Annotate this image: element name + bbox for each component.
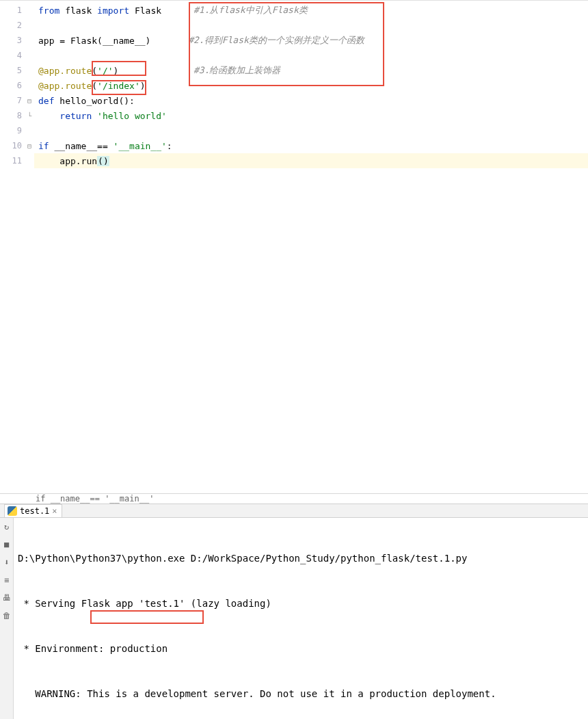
code-line: return 'hello world' [34, 108, 588, 123]
code-area[interactable]: from flask import Flask #1.从flask中引入Flas… [34, 1, 588, 493]
code-editor[interactable]: 1 2 3 4 5 6 7 8 9 10 11 ⊟ └ ⊟ from flask… [0, 1, 588, 493]
code-line: from flask import Flask #1.从flask中引入Flas… [34, 3, 588, 18]
line-number: 3 [0, 33, 25, 48]
fold-end-icon: └ [25, 108, 34, 123]
close-icon[interactable]: × [52, 506, 57, 516]
stop-icon[interactable]: ■ [2, 540, 12, 549]
line-number: 9 [0, 123, 25, 138]
code-line: if __name__== '__main__': [34, 138, 588, 153]
console-output[interactable]: D:\Python\Python37\python.exe D:/WorkSpa… [14, 518, 588, 719]
line-number: 1 [0, 3, 25, 18]
line-number: 10 [0, 138, 25, 153]
code-line: def hello_world(): [34, 93, 588, 108]
trash-icon[interactable]: 🗑 [2, 611, 12, 620]
fold-column: ⊟ └ ⊟ [25, 1, 34, 493]
console-line: * Environment: production [18, 641, 584, 656]
console-line: WARNING: This is a development server. D… [18, 686, 584, 701]
code-line [34, 18, 588, 33]
line-number: 2 [0, 18, 25, 33]
code-line-active: app.run() [34, 153, 588, 168]
console-line: * Serving Flask app 'test.1' (lazy loadi… [18, 596, 584, 611]
breadcrumb[interactable]: if __name__== '__main__' [0, 493, 588, 504]
print-icon[interactable]: 🖶 [2, 593, 12, 603]
line-number-gutter: 1 2 3 4 5 6 7 8 9 10 11 [0, 1, 25, 493]
code-line: @app.route('/index') [34, 78, 588, 93]
tab-label: test.1 [20, 506, 49, 516]
down-icon[interactable]: ⬇ [2, 558, 12, 567]
code-line [34, 123, 588, 138]
line-number: 6 [0, 78, 25, 93]
run-tab-bar: test.1 × [0, 504, 588, 518]
comment: #1.从flask中引入Flask类 [193, 4, 308, 16]
line-number: 8 [0, 108, 25, 123]
tab-test1[interactable]: test.1 × [4, 504, 62, 517]
console-line: D:\Python\Python37\python.exe D:/WorkSpa… [18, 551, 584, 566]
code-line: @app.route('/') #3.给函数加上装饰器 [34, 63, 588, 78]
filter-icon[interactable]: ≡ [2, 575, 12, 585]
comment: #2.得到Flask类的一个实例并定义一个函数 [188, 34, 364, 47]
annotation-box [90, 610, 204, 624]
code-line [34, 48, 588, 63]
console-panel: ↻ ■ ⬇ ≡ 🖶 🗑 D:\Python\Python37\python.ex… [0, 518, 588, 719]
python-file-icon [8, 506, 17, 516]
fold-icon[interactable]: ⊟ [25, 138, 34, 153]
line-number: 11 [0, 153, 25, 168]
comment: #3.给函数加上装饰器 [193, 64, 280, 77]
line-number: 4 [0, 48, 25, 63]
line-number: 7 [0, 93, 25, 108]
line-number: 5 [0, 63, 25, 78]
fold-icon[interactable]: ⊟ [25, 93, 34, 108]
code-line: app = Flask(__name__) #2.得到Flask类的一个实例并定… [34, 33, 588, 48]
rerun-icon[interactable]: ↻ [2, 522, 12, 532]
console-toolbar: ↻ ■ ⬇ ≡ 🖶 🗑 [0, 518, 14, 719]
